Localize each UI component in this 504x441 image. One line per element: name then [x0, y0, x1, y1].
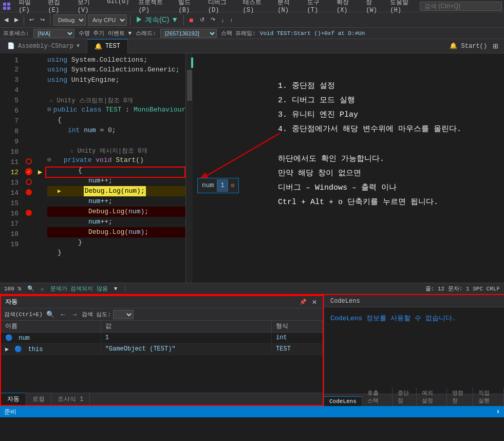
menu-git[interactable]: Git(G) [103, 0, 133, 15]
code-line-14: Debug.Log(num); [47, 207, 185, 217]
tab-assembly-dropdown[interactable]: ▼ [77, 43, 80, 49]
process-bar: 프로세스: [N/A] 수명 주기 이벤트 ▼ 스레드: [2657136192… [0, 28, 504, 39]
tab-assembly[interactable]: 📄 Assembly-CSharp ▼ [0, 39, 87, 53]
step-into-btn[interactable]: ↓ [219, 16, 227, 24]
col-type-header: 형식 [272, 321, 323, 332]
thread-select[interactable]: [2657136192] [160, 29, 217, 38]
menu-ext[interactable]: 확장(X) [332, 0, 361, 15]
menu-items: 파일(F) 편집(E) 보기(V) Git(G) 프로젝트(P) 빌드(B) 디… [14, 0, 420, 15]
debug-mode-select[interactable]: Debug [53, 14, 86, 26]
codelens-tab-1[interactable]: 호출 스택 [362, 388, 393, 406]
code-line-9: ⊖ private void Start() [47, 155, 185, 166]
menu-help[interactable]: 도움말(H) [386, 0, 420, 15]
status-bar-right: ⬆ [496, 408, 500, 416]
this-icon: 🔵 [14, 346, 22, 353]
filter-btn[interactable]: ▼ [114, 286, 118, 292]
codelens-tab-3[interactable]: 예외 설정 [417, 388, 447, 406]
row-this-name: ▶ 🔵 this [1, 343, 101, 355]
codelens-tab-5[interactable]: 직접 실행 [473, 388, 504, 406]
zoom-level: 109 % [4, 286, 21, 292]
code-line-12: ▶ Debug.Log(num); [47, 186, 185, 196]
editor-scrollbar[interactable] [185, 53, 193, 283]
code-line-8 [47, 136, 185, 146]
process-label: 프로세스: [3, 29, 29, 37]
col-name-header: 이름 [1, 321, 101, 332]
sep4 [183, 15, 184, 25]
fwd-search-btn[interactable]: → [70, 310, 80, 319]
stack-value: Void TEST:Start ()+0xf at D:#Un [260, 30, 365, 36]
restart-btn[interactable]: ↺ [198, 15, 207, 24]
code-line-3: using UnityEngine; [47, 75, 185, 85]
tab-watch1[interactable]: 조사식 1 [51, 393, 90, 405]
back-search-btn[interactable]: ← [58, 310, 68, 319]
back-btn[interactable]: ◀ [2, 15, 10, 24]
platform-select[interactable]: Any CPU [88, 14, 127, 26]
auto-panel: 자동 📌 ✕ 검색(Ctrl+E) 🔍 ← → 검색 심도: 이름 값 [0, 295, 324, 406]
search-input[interactable] [420, 2, 502, 11]
num-icon: 🔵 [5, 335, 13, 342]
annotation-overlay: 1. 중단점 설정 2. 디버그 모드 실행 3. 유니티 엔진 Play 4.… [278, 79, 499, 210]
execution-arrow: ▶ [35, 167, 45, 177]
code-line-11: num++; [47, 176, 185, 186]
menu-window[interactable]: 창(W) [362, 0, 385, 15]
sep3 [130, 15, 130, 25]
menu-test[interactable]: 테스트(S) [239, 0, 273, 15]
status-ready: 준비 [4, 408, 16, 416]
code-line-5: ⊖ public class TEST : MonoBehaviour [47, 105, 185, 115]
expand-arrow[interactable]: ▶ [5, 346, 9, 353]
tab-local[interactable]: 로컬 [26, 393, 51, 405]
scroll-thumb [187, 70, 192, 101]
bottom-tabs: 자동 로컬 조사식 1 [1, 393, 323, 405]
undo-btn[interactable]: ↩ [27, 15, 36, 24]
arrow-gutter: ▶ [35, 53, 45, 283]
codelens-tab-2[interactable]: 중단점 [393, 388, 416, 406]
table-row: 🔵 num 1 int [1, 332, 323, 343]
process-select[interactable]: [N/A] [33, 29, 74, 38]
scroll-up-icon[interactable]: ⬆ [496, 408, 500, 416]
code-line-15: num++; [47, 217, 185, 227]
pin-btn[interactable]: 📌 [298, 298, 308, 306]
annotation-step4: 4. 중단점에가서 해당 변수위에 마우스를 올린다. [278, 122, 499, 137]
search-btn[interactable]: 🔍 [45, 310, 56, 319]
tab-test[interactable]: 🔔 TEST [87, 39, 128, 53]
auto-panel-header: 자동 📌 ✕ [1, 296, 323, 308]
fwd-btn[interactable]: ▶ [12, 15, 21, 24]
menu-project[interactable]: 프로젝트(P) [134, 0, 173, 15]
menu-build[interactable]: 빌드(B) [174, 0, 202, 15]
collapse-btn[interactable]: ⊞ [491, 42, 500, 50]
menu-tools[interactable]: 도구(T) [303, 0, 331, 15]
row-num-name: 🔵 num [1, 332, 101, 343]
depth-select[interactable] [113, 310, 134, 319]
code-line-16: Debug.Log(num); [47, 227, 185, 237]
depth-label: 검색 심도: [82, 310, 111, 318]
menu-file[interactable]: 파일(F) [14, 0, 43, 15]
tab-assembly-label: Assembly-CSharp [18, 43, 73, 50]
status-ok: 문제가 검색되지 않음 [50, 285, 108, 292]
stop-btn[interactable]: ■ [187, 15, 195, 25]
code-line-2: using System.Collections.Generic; [47, 65, 185, 75]
tooltip-value: 1 [217, 179, 228, 192]
menu-edit[interactable]: 편집(E) [44, 0, 72, 15]
close-btn[interactable]: ✕ [310, 298, 319, 306]
bottom-strip: 109 % 🔍 ⚠ 문제가 검색되지 않음 ▼ | 줄: 12 문자: 1 SP… [0, 283, 504, 294]
step-over-btn[interactable]: ↷ [209, 15, 217, 24]
codelens-tab-4[interactable]: 명령 창 [447, 388, 473, 406]
bp-active-dot: ✓ [25, 168, 32, 175]
bp-dot-14 [26, 189, 32, 195]
bp-hollow-dot [26, 158, 32, 164]
codelens-title: CodeLens [330, 298, 360, 305]
step-out-btn[interactable]: ↑ [228, 16, 235, 24]
sep1 [24, 15, 24, 25]
code-line-13: num++; [47, 196, 185, 207]
code-line-17: } [47, 237, 185, 248]
panel-controls: 📌 ✕ [298, 298, 319, 306]
menu-view[interactable]: 보기(V) [73, 0, 102, 15]
continue-btn[interactable]: ▶ 계속(C) ▼ [134, 14, 180, 26]
menu-analyze[interactable]: 분석(N) [273, 0, 302, 15]
menu-debug[interactable]: 디버그(D) [204, 0, 238, 15]
zoom-icon: 🔍 [27, 285, 34, 292]
tab-auto[interactable]: 자동 [1, 393, 26, 405]
codelens-tab-0[interactable]: CodeLens [324, 396, 362, 406]
redo-btn[interactable]: ↪ [38, 15, 47, 24]
row-num-value: 1 [101, 332, 271, 343]
